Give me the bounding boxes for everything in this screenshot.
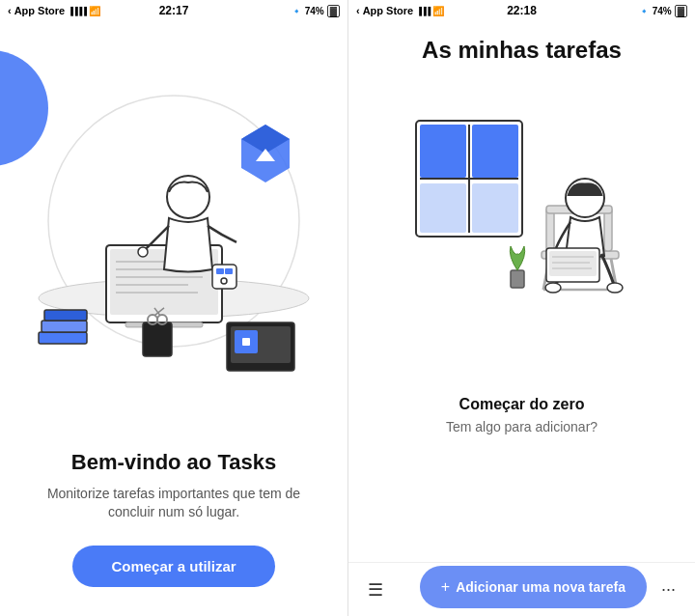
- svg-rect-16: [42, 321, 87, 332]
- battery-shape-left: ▓: [327, 5, 340, 17]
- left-status-bar: ‹ App Store ▐▐▐▐ 📶 22:17 🔹 74% ▓: [0, 0, 348, 21]
- bottom-bar: ☰ + Adicionar uma nova tarefa ···: [348, 562, 695, 616]
- start-button[interactable]: Começar a utilizar: [72, 546, 274, 587]
- right-panel: ‹ App Store ▐▐▐ 📶 22:18 🔹 74% ▓ As minha…: [348, 0, 695, 616]
- right-status-bar: ‹ App Store ▐▐▐ 📶 22:18 🔹 74% ▓: [348, 0, 695, 21]
- svg-rect-50: [549, 251, 597, 276]
- bluetooth-icon-left: 🔹: [291, 6, 302, 16]
- plus-icon: +: [441, 578, 450, 596]
- right-status-left: ‹ App Store ▐▐▐ 📶: [356, 5, 444, 16]
- left-status-right: 🔹 74% ▓: [291, 5, 340, 17]
- welcome-title: Bem-vindo ao Tasks: [29, 450, 319, 475]
- empty-state-title: Começar do zero: [377, 396, 666, 413]
- svg-rect-30: [242, 338, 250, 346]
- left-time: 22:17: [159, 4, 189, 17]
- add-task-button[interactable]: + Adicionar uma nova tarefa: [420, 566, 647, 608]
- left-appstore-label: App Store: [14, 5, 66, 16]
- svg-rect-32: [420, 125, 466, 178]
- wifi-icon-left: 📶: [89, 6, 100, 16]
- back-arrow-icon[interactable]: ‹: [8, 5, 12, 16]
- right-status-right: 🔹 74% ▓: [638, 5, 687, 17]
- svg-rect-34: [420, 183, 466, 233]
- svg-rect-25: [225, 268, 233, 274]
- svg-rect-38: [511, 270, 524, 288]
- back-arrow-right-icon[interactable]: ‹: [356, 5, 360, 16]
- battery-shape-right: ▓: [675, 5, 687, 17]
- welcome-sub: Monitorize tarefas importantes que tem d…: [29, 485, 319, 522]
- svg-rect-17: [44, 310, 87, 321]
- bluetooth-icon-right: 🔹: [638, 6, 650, 16]
- svg-point-48: [607, 283, 623, 293]
- signal-bars-right-icon: ▐▐▐: [416, 7, 430, 15]
- svg-point-47: [545, 283, 561, 293]
- svg-rect-35: [472, 183, 518, 233]
- empty-state: Começar do zero Tem algo para adicionar?: [348, 377, 695, 454]
- left-status-left: ‹ App Store ▐▐▐▐ 📶: [8, 5, 100, 16]
- battery-right: 74%: [653, 6, 672, 16]
- right-illustration: [397, 101, 648, 343]
- svg-rect-33: [472, 125, 518, 178]
- more-dots-icon[interactable]: ···: [661, 579, 676, 600]
- wifi-icon-right: 📶: [432, 6, 444, 16]
- page-title: As minhas tarefas: [422, 37, 622, 63]
- hamburger-menu-icon[interactable]: ☰: [368, 579, 383, 601]
- svg-rect-23: [212, 265, 236, 289]
- right-appstore-label: App Store: [363, 5, 414, 16]
- empty-state-sub: Tem algo para adicionar?: [377, 419, 666, 434]
- svg-point-11: [138, 247, 148, 257]
- svg-rect-24: [216, 268, 224, 274]
- left-illustration: [0, 21, 348, 450]
- signal-bars-icon: ▐▐▐▐: [68, 7, 86, 15]
- left-bottom-content: Bem-vindo ao Tasks Monitorize tarefas im…: [0, 450, 348, 616]
- right-time: 22:18: [507, 4, 537, 17]
- battery-left: 74%: [305, 6, 324, 16]
- svg-rect-15: [39, 332, 87, 344]
- page-header: As minhas tarefas: [348, 21, 695, 68]
- left-panel: ‹ App Store ▐▐▐▐ 📶 22:17 🔹 74% ▓: [0, 0, 348, 616]
- add-task-label: Adicionar uma nova tarefa: [456, 579, 626, 595]
- right-illustration-area: [348, 68, 695, 377]
- svg-rect-18: [143, 322, 172, 356]
- left-illustration-area: [0, 21, 348, 450]
